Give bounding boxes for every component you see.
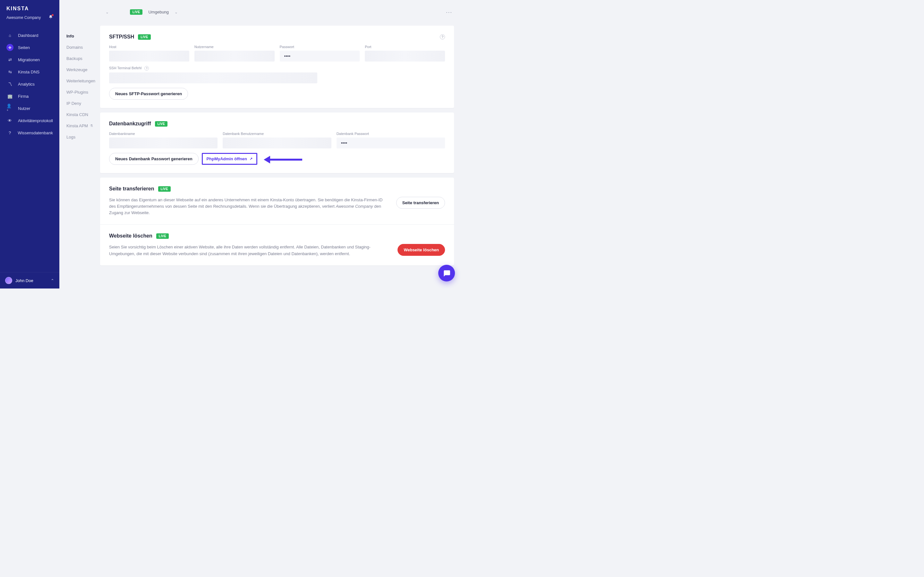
nav-label: Aktivitätenprotokoll xyxy=(18,118,53,123)
migrations-icon: ⇄ xyxy=(6,56,13,63)
sftp-title: SFTP/SSH xyxy=(109,34,134,40)
site-header: kinstalife ⌄ LIVE Umgebung ⌄ ⋯ xyxy=(59,0,462,24)
kb-icon: ? xyxy=(6,129,13,136)
analytics-icon: 〽 xyxy=(6,81,13,87)
ssh-value[interactable] xyxy=(109,73,317,83)
tab-kinsta-apm[interactable]: Kinsta APM⚗ xyxy=(59,120,100,131)
db-user-value[interactable] xyxy=(223,137,331,148)
db-pw-label: Datenbank Passwort xyxy=(336,132,445,135)
dns-icon: ⇆ xyxy=(6,68,13,75)
port-value[interactable] xyxy=(365,51,445,61)
tab-wp-plugins[interactable]: WP-Plugins xyxy=(59,87,100,98)
user-menu[interactable]: John Doe ⌃ xyxy=(0,272,59,288)
sftp-panel: SFTP/SSH LIVE ? Host Nutzername Passwort… xyxy=(100,26,454,108)
db-panel: Datenbankzugriff LIVE Datenbankname Date… xyxy=(100,113,454,173)
host-label: Host xyxy=(109,45,189,49)
transfer-delete-panel: Seite transferieren LIVE Sie können das … xyxy=(100,177,454,266)
sites-icon: ❖ xyxy=(6,44,13,51)
nav-label: Nutzer xyxy=(18,106,30,111)
regen-db-button[interactable]: Neues Datenbank Passwort generieren xyxy=(109,153,199,165)
nav-item-activity[interactable]: 👁Aktivitätenprotokoll xyxy=(0,114,59,127)
site-dropdown-icon[interactable]: ⌄ xyxy=(105,10,109,15)
sftp-user-label: Nutzername xyxy=(194,45,275,49)
env-label: Umgebung xyxy=(148,10,169,15)
delete-button[interactable]: Webseite löschen xyxy=(397,244,445,256)
nav-item-migrations[interactable]: ⇄Migrationen xyxy=(0,53,59,66)
company-name: Awesome Company xyxy=(6,15,41,20)
sftp-badge: LIVE xyxy=(138,34,150,40)
db-pw-value[interactable]: •••• xyxy=(336,137,445,148)
db-user-label: Datenbank Benutzername xyxy=(223,132,331,135)
delete-title: Webseite löschen xyxy=(109,233,152,239)
db-badge: LIVE xyxy=(155,121,168,127)
sftp-pw-label: Passwort xyxy=(280,45,360,49)
user-name: John Doe xyxy=(15,278,33,283)
users-icon: 👤⁺ xyxy=(6,105,13,112)
tab-weiterleitungen[interactable]: Weiterleitungen xyxy=(59,75,100,87)
chevron-up-icon: ⌃ xyxy=(51,278,54,283)
sidebar: KINSTA Awesome Company ⌂Dashboard❖Seiten… xyxy=(0,0,59,288)
nav-item-dns[interactable]: ⇆Kinsta DNS xyxy=(0,66,59,78)
avatar xyxy=(5,277,12,284)
nav-label: Dashboard xyxy=(18,33,39,38)
nav-label: Kinsta DNS xyxy=(18,69,39,74)
tab-werkzeuge[interactable]: Werkzeuge xyxy=(59,64,100,75)
db-name-label: Datenbankname xyxy=(109,132,218,135)
help-icon[interactable]: ? xyxy=(440,34,445,39)
activity-icon: 👁 xyxy=(6,117,13,124)
main-nav: ⌂Dashboard❖Seiten⇄Migrationen⇆Kinsta DNS… xyxy=(0,29,59,139)
dashboard-icon: ⌂ xyxy=(6,32,13,39)
tab-info[interactable]: Info xyxy=(59,31,100,42)
company-icon: 🏢 xyxy=(6,93,13,100)
info-icon[interactable]: ? xyxy=(144,66,149,71)
nav-item-users[interactable]: 👤⁺Nutzer xyxy=(0,102,59,114)
env-dropdown-icon[interactable]: ⌄ xyxy=(174,10,178,15)
nav-label: Firma xyxy=(18,94,29,99)
env-badge: LIVE xyxy=(130,9,142,15)
arrow-annotation xyxy=(264,158,302,160)
nav-item-dashboard[interactable]: ⌂Dashboard xyxy=(0,29,59,41)
notifications-icon[interactable] xyxy=(48,15,53,20)
chat-button[interactable] xyxy=(438,265,455,282)
brand-logo: KINSTA xyxy=(6,6,53,11)
nav-item-sites[interactable]: ❖Seiten xyxy=(0,41,59,53)
tab-kinsta-cdn[interactable]: Kinsta CDN xyxy=(59,109,100,120)
nav-item-company[interactable]: 🏢Firma xyxy=(0,90,59,102)
notification-dot xyxy=(52,14,53,16)
sftp-user-value[interactable] xyxy=(194,51,275,61)
db-name-value[interactable] xyxy=(109,137,218,148)
delete-badge: LIVE xyxy=(156,234,169,239)
beta-icon: ⚗ xyxy=(90,124,93,128)
nav-label: Migrationen xyxy=(18,57,40,62)
nav-label: Wissensdatenbank xyxy=(18,131,53,135)
tab-domains[interactable]: Domains xyxy=(59,42,100,53)
sftp-pw-value[interactable]: •••• xyxy=(280,51,360,61)
main-content: SFTP/SSH LIVE ? Host Nutzername Passwort… xyxy=(100,26,454,280)
more-menu-icon[interactable]: ⋯ xyxy=(446,8,452,16)
transfer-button[interactable]: Seite transferieren xyxy=(396,197,445,209)
port-label: Port xyxy=(365,45,445,49)
phpmyadmin-button[interactable]: PhpMyAdmin öffnen ↗ xyxy=(202,153,257,165)
nav-label: Analytics xyxy=(18,82,35,87)
host-value[interactable] xyxy=(109,51,189,61)
external-link-icon: ↗ xyxy=(250,157,252,161)
db-title: Datenbankzugriff xyxy=(109,121,151,127)
nav-label: Seiten xyxy=(18,45,30,50)
transfer-text: Sie können das Eigentum an dieser Websei… xyxy=(109,197,389,216)
tab-ip-deny[interactable]: IP Deny xyxy=(59,98,100,109)
nav-item-kb[interactable]: ?Wissensdatenbank xyxy=(0,127,59,139)
transfer-badge: LIVE xyxy=(158,186,171,192)
tab-logs[interactable]: Logs xyxy=(59,131,100,143)
ssh-label: SSH Terminal Befehl ? xyxy=(109,66,317,71)
transfer-title: Seite transferieren xyxy=(109,186,154,192)
delete-text: Seien Sie vorsichtig beim Löschen einer … xyxy=(109,244,390,257)
site-tabs: InfoDomainsBackupsWerkzeugeWeiterleitung… xyxy=(59,0,100,288)
nav-item-analytics[interactable]: 〽Analytics xyxy=(0,78,59,90)
tab-backups[interactable]: Backups xyxy=(59,53,100,64)
regen-sftp-button[interactable]: Neues SFTP-Passwort generieren xyxy=(109,88,188,100)
